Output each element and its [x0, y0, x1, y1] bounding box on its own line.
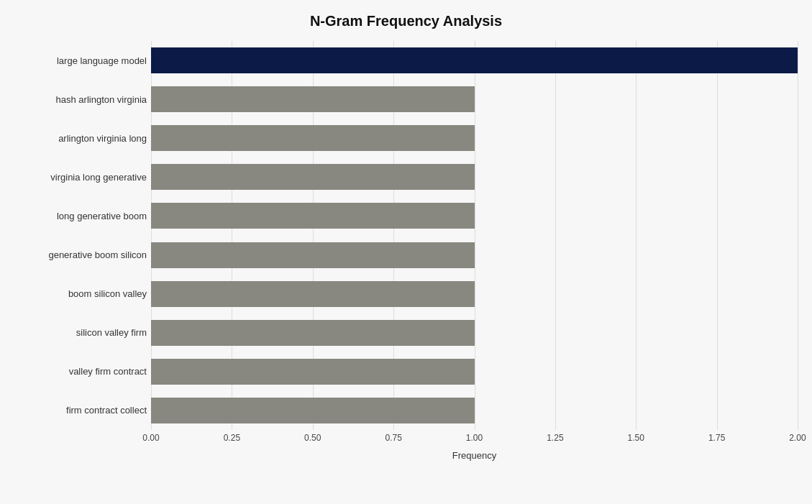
bar-row: [151, 314, 798, 352]
x-ticks: 0.000.250.500.751.001.251.501.752.00: [151, 433, 798, 447]
x-tick: 0.50: [304, 433, 321, 443]
bars-wrapper: [151, 41, 798, 430]
y-label: generative boom silicon: [14, 237, 147, 274]
x-tick: 2.00: [789, 433, 806, 443]
bar: [151, 125, 475, 151]
x-tick: 1.00: [466, 433, 483, 443]
bar-row: [151, 81, 798, 118]
bar: [151, 47, 798, 73]
bar-row: [151, 42, 798, 79]
bar: [151, 242, 475, 268]
bar-row: [151, 237, 798, 274]
y-label: virginia long generative: [14, 158, 147, 196]
grid-line: [798, 41, 798, 430]
y-label: large language model: [14, 42, 147, 79]
x-tick: 1.50: [628, 433, 644, 443]
bar: [151, 398, 475, 423]
bar-row: [151, 158, 798, 196]
y-label: silicon valley firm: [14, 314, 147, 352]
bar-row: [151, 197, 798, 234]
chart-container: N-Gram Frequency Analysis large language…: [0, 0, 812, 504]
bar: [151, 359, 475, 385]
chart-area: large language modelhash arlington virgi…: [14, 41, 798, 430]
bar: [151, 320, 475, 346]
y-label: valley firm contract: [14, 353, 147, 390]
x-tick: 1.25: [547, 433, 563, 443]
y-label: firm contract collect: [14, 392, 147, 429]
x-tick: 0.75: [385, 433, 401, 443]
x-tick: 1.75: [708, 433, 725, 443]
x-axis-label: Frequency: [151, 450, 798, 461]
bar-row: [151, 353, 798, 390]
bar-row: [151, 392, 798, 429]
bar-row: [151, 119, 798, 157]
y-labels: large language modelhash arlington virgi…: [14, 41, 151, 430]
x-axis-container: 0.000.250.500.751.001.251.501.752.00 Fre…: [151, 430, 798, 461]
bar: [151, 164, 475, 190]
y-label: boom silicon valley: [14, 275, 147, 313]
bar: [151, 281, 475, 307]
y-label: long generative boom: [14, 197, 147, 234]
y-label: hash arlington virginia: [14, 81, 147, 118]
bars-and-grid: [151, 41, 798, 430]
x-tick: 0.25: [224, 433, 240, 443]
x-tick: 0.00: [142, 433, 159, 443]
bar: [151, 86, 475, 112]
chart-title: N-Gram Frequency Analysis: [310, 13, 502, 29]
bar: [151, 203, 475, 229]
y-label: arlington virginia long: [14, 119, 147, 157]
bar-row: [151, 275, 798, 313]
